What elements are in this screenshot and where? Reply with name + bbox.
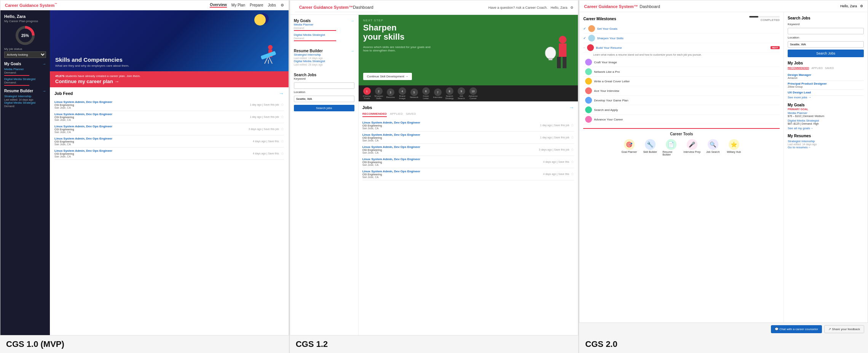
p3-settings-icon[interactable]: ⚙ [860, 4, 863, 8]
milestone-search-apply[interactable]: Search and Apply [583, 105, 780, 115]
milestone-game-plan[interactable]: Develop Your Game Plan [583, 96, 780, 105]
p3-see-all-goals[interactable]: See all my goals→ [788, 127, 864, 130]
p1-resume-arrow[interactable]: → [42, 89, 46, 93]
step-8[interactable]: 8 Search Strategy [444, 87, 455, 99]
step-dot-7: 7 [434, 88, 442, 96]
tab-recommended-p3[interactable]: RECOMMENDED [788, 67, 809, 70]
p1-goals-arrow[interactable]: → [42, 62, 46, 66]
p1-cta-text[interactable]: Continue my career plan → [55, 79, 283, 84]
star-icon[interactable]: ☆ [571, 135, 574, 140]
tool-interview-prep[interactable]: 🎤 Interview Prep [683, 139, 700, 156]
star-icon[interactable]: ☆ [571, 148, 574, 152]
job-title[interactable]: Linux System Admin, Dev Ops Engineer [54, 125, 112, 128]
p1-status-select[interactable]: Actively looking [4, 51, 46, 58]
step-5[interactable]: 5 Network [409, 88, 420, 98]
step-9[interactable]: 9 Job Search [456, 87, 467, 99]
p3-location-input[interactable] [788, 41, 864, 48]
job-card-title[interactable]: Principal Product Designer [788, 82, 864, 85]
p1-cta-banner[interactable]: 45,876 students have already created a c… [50, 71, 289, 87]
star-icon[interactable]: ☆ [281, 103, 284, 107]
job-title[interactable]: Linux System Admin, Dev Ops Engineer [362, 133, 420, 136]
p2-location-input[interactable] [294, 96, 354, 102]
milestone-build-resume[interactable]: – Build Your Resume NEXT [583, 43, 780, 53]
step-4[interactable]: 4 Brand Image [397, 87, 408, 99]
p3-keyword-input[interactable] [788, 28, 864, 34]
p2-search-section: Search Jobs Keyword Location Search jobs [294, 73, 354, 111]
p2-hero-title: Sharpenyour skills [363, 23, 405, 42]
star-icon[interactable]: ☆ [281, 139, 284, 143]
star-icon[interactable]: ☆ [571, 172, 574, 176]
star-icon[interactable]: ☆ [281, 115, 284, 119]
p1-hero-title: Skills and Competencies [55, 56, 129, 63]
p2-goals-arrow[interactable]: → [351, 19, 354, 23]
p3-see-more-jobs[interactable]: See more jobs → [788, 96, 864, 99]
tab-recommended[interactable]: RECOMMENDED [362, 112, 387, 117]
step-6[interactable]: 6 Cover Letter [421, 87, 431, 99]
tab-applied-p3[interactable]: APPLIED [811, 67, 823, 70]
p2-resume-arrow[interactable]: → [351, 49, 354, 53]
p2-keyword-input[interactable] [294, 82, 354, 89]
tool-military-hub[interactable]: ⭐ Military Hub [725, 139, 742, 156]
job-title[interactable]: Linux System Admin, Dev Ops Engineer [54, 112, 112, 116]
tool-goal-planner[interactable]: 🎯 Goal Planner [621, 139, 638, 156]
step-7[interactable]: 7 Interview [432, 88, 443, 98]
job-title[interactable]: Linux System Admin, Dev Ops Engineer [54, 149, 112, 152]
tab-saved-p3[interactable]: SAVED [825, 67, 834, 70]
p3-search-button[interactable]: Search Jobs [788, 50, 864, 57]
p2-search-title: Search Jobs [294, 73, 354, 77]
share-feedback-button[interactable]: ↗ Share your feedback [824, 325, 864, 333]
resume-entry-title[interactable]: Strategist Internship [788, 140, 864, 143]
star-icon[interactable]: ☆ [281, 127, 284, 131]
settings-icon[interactable]: ⚙ [281, 3, 284, 7]
step-label-9: Job Search [456, 95, 467, 99]
milestone-set-goals[interactable]: ✓ Set Your Goals [583, 24, 780, 34]
tool-job-search[interactable]: 🔍 Job Search [704, 139, 721, 156]
p2-jobs-arrow[interactable]: → [569, 104, 574, 111]
milestone-advance-career[interactable]: Advance Your Career [583, 115, 780, 124]
goal-1-title[interactable]: Media Planner [788, 111, 864, 115]
nav-overview[interactable]: Overview [210, 3, 227, 8]
job-title[interactable]: Linux System Admin, Dev Ops Engineer [362, 170, 420, 173]
job-card-title[interactable]: Design Manager [788, 73, 864, 77]
milestone-dot [585, 116, 592, 123]
job-title[interactable]: Linux System Admin, Dev Ops Engineer [362, 157, 420, 161]
tool-resume-builder[interactable]: 📄 Resume Builder [662, 139, 680, 156]
milestone-cover-letter[interactable]: Write a Great Cover Letter [583, 77, 780, 86]
p2-search-button[interactable]: Search jobs [294, 105, 354, 111]
goal-2-title[interactable]: Digital Media Strategist [788, 119, 864, 122]
nav-myplan[interactable]: My Plan [231, 3, 245, 7]
tab-applied[interactable]: APPLIED [390, 112, 403, 117]
step-1[interactable]: 1 Choose Goals [362, 87, 372, 99]
star-icon[interactable]: ☆ [281, 151, 284, 156]
step-3[interactable]: 3 Resume [385, 88, 396, 98]
job-title[interactable]: Linux System Admin, Dev Ops Engineer [54, 137, 112, 140]
step-dot-4: 4 [399, 87, 406, 95]
p3-go-resumes[interactable]: Go to resumes→ [788, 146, 864, 149]
job-title[interactable]: Linux System Admin, Dev Ops Engineer [362, 121, 420, 124]
milestone-craft-image[interactable]: Craft Your Image [583, 58, 780, 67]
milestone-sharpen-skills[interactable]: ✓ Sharpen Your Skills [583, 34, 780, 43]
job-title[interactable]: Linux System Admin, Dev Ops Engineer [54, 100, 112, 104]
step-10[interactable]: 10 Advance Career [468, 87, 479, 99]
p3-my-goals: My Goals PRIMARY GOAL Media Planner $76 … [788, 103, 864, 130]
job-title[interactable]: Linux System Admin, Dev Ops Engineer [362, 145, 420, 149]
job-card-title[interactable]: UX Design Lead [788, 91, 864, 94]
tab-saved[interactable]: SAVED [406, 112, 416, 117]
milestone-ace-interview[interactable]: Ace Your Interview [583, 86, 780, 96]
tool-skill-builder[interactable]: 🔧 Skill Builder [641, 139, 659, 156]
p2-settings-icon[interactable]: ⚙ [570, 6, 573, 10]
milestone-network[interactable]: Network Like a Pro [583, 67, 780, 77]
p1-feed-arrow[interactable]: → [279, 90, 284, 96]
star-icon[interactable]: ☆ [571, 160, 574, 164]
p2-dashboard-label: Dashboard [353, 5, 373, 10]
step-2[interactable]: 2 Sharpen Skills [373, 87, 384, 99]
nav-jobs[interactable]: Jobs [268, 3, 276, 7]
chat-counselor-button[interactable]: 💬 Chat with a career counselor [771, 325, 822, 333]
star-icon[interactable]: ☆ [571, 123, 574, 127]
v1-label: CGS 1.0 (MVP) [0, 335, 289, 353]
nav-prepare[interactable]: Prepare [250, 3, 263, 7]
milestone-label: Build Your Resume [596, 46, 769, 50]
job-location: San Jose, CA [54, 155, 112, 158]
p2-hero-btn[interactable]: Continue Skill Development → [363, 73, 412, 80]
p3-topbar: Career Guidance System™ Dashboard Hello,… [579, 0, 868, 12]
